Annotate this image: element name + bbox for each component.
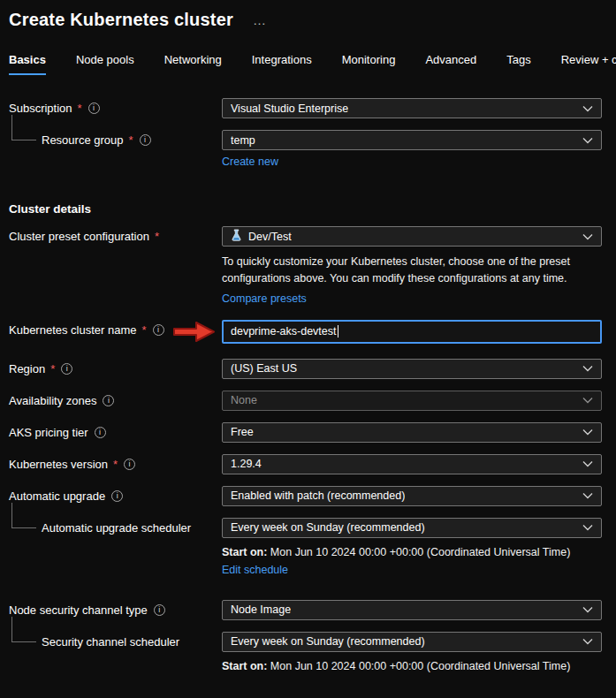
row-automatic-upgrade: Automatic upgrade i Enabled with patch (…	[9, 486, 616, 506]
tab-tags[interactable]: Tags	[506, 53, 530, 75]
devtest-flask-icon	[231, 229, 242, 244]
selected-value: None	[231, 394, 257, 406]
tab-node-pools[interactable]: Node pools	[76, 53, 134, 75]
label-text: Subscription	[9, 102, 72, 115]
edit-schedule-link[interactable]: Edit schedule	[222, 564, 288, 576]
label-text: Kubernetes cluster name	[9, 323, 137, 337]
chevron-down-icon	[582, 492, 593, 499]
security-scheduler-select[interactable]: Every week on Sunday (recommended)	[222, 632, 602, 652]
tab-bar: Basics Node pools Networking Integration…	[9, 53, 616, 75]
preset-description: To quickly customize your Kubernetes clu…	[222, 254, 602, 287]
tab-monitoring[interactable]: Monitoring	[342, 53, 396, 75]
kubernetes-version-select[interactable]: 1.29.4	[222, 454, 602, 474]
tab-networking[interactable]: Networking	[164, 53, 222, 75]
required-asterisk: *	[142, 323, 147, 337]
info-icon[interactable]: i	[153, 324, 164, 336]
subscription-select[interactable]: Visual Studio Enterprise	[222, 98, 602, 118]
row-security-scheduler: Security channel scheduler Every week on…	[9, 632, 616, 672]
info-icon[interactable]: i	[154, 604, 165, 616]
label-text: Region	[9, 362, 45, 376]
row-region: Region* i (US) East US	[9, 359, 616, 379]
automatic-upgrade-select[interactable]: Enabled with patch (recommended)	[222, 486, 602, 506]
label-text: Cluster preset configuration	[9, 230, 149, 243]
chevron-down-icon	[582, 429, 593, 436]
required-asterisk: *	[129, 133, 133, 147]
chevron-down-icon	[582, 638, 593, 645]
info-icon[interactable]: i	[140, 134, 151, 146]
basics-form: Subscription* i Visual Studio Enterprise…	[9, 98, 616, 672]
row-upgrade-scheduler: Automatic upgrade scheduler Every week o…	[9, 518, 616, 577]
info-icon[interactable]: i	[88, 102, 100, 114]
chevron-down-icon	[582, 365, 593, 372]
tab-review-create[interactable]: Review + create	[561, 53, 616, 75]
resource-group-label: Resource group* i	[9, 130, 222, 150]
chevron-down-icon	[582, 105, 593, 112]
info-icon[interactable]: i	[61, 363, 72, 375]
subscription-label: Subscription* i	[9, 98, 222, 118]
pricing-tier-label: AKS pricing tier i	[9, 422, 222, 443]
more-options-button[interactable]: …	[249, 12, 271, 27]
section-heading-cluster-details: Cluster details	[9, 202, 616, 216]
selected-value: (US) East US	[231, 362, 297, 375]
selected-value: Every week on Sunday (recommended)	[231, 521, 425, 534]
selected-value: Dev/Test	[248, 231, 292, 243]
required-asterisk: *	[113, 458, 118, 471]
chevron-down-icon	[582, 524, 593, 531]
info-icon[interactable]: i	[111, 490, 123, 502]
tree-connector	[11, 617, 36, 642]
compare-presets-link[interactable]: Compare presets	[222, 292, 307, 305]
start-on-label: Start on:	[222, 546, 267, 558]
upgrade-start-on: Start on: Mon Jun 10 2024 00:00 +00:00 (…	[222, 546, 602, 558]
tab-basics[interactable]: Basics	[9, 53, 46, 75]
info-icon[interactable]: i	[103, 395, 114, 406]
tab-advanced[interactable]: Advanced	[425, 53, 476, 75]
cluster-preset-label: Cluster preset configuration*	[9, 226, 222, 247]
info-icon[interactable]: i	[124, 459, 135, 470]
region-select[interactable]: (US) East US	[222, 359, 602, 379]
selected-value: Node Image	[231, 603, 291, 616]
chevron-down-icon	[582, 606, 593, 613]
security-channel-label: Node security channel type i	[9, 600, 222, 620]
label-text: Security channel scheduler	[42, 635, 179, 649]
selected-value: temp	[231, 134, 255, 147]
row-pricing-tier: AKS pricing tier i Free	[9, 422, 616, 443]
tree-connector	[11, 115, 36, 140]
page-header: Create Kubernetes cluster …	[9, 7, 616, 32]
chevron-down-icon	[582, 137, 593, 144]
security-scheduler-label: Security channel scheduler	[9, 632, 222, 652]
create-new-link[interactable]: Create new	[222, 156, 278, 168]
selected-value: Visual Studio Enterprise	[231, 102, 348, 115]
cluster-name-input[interactable]: devprime-aks-devtest	[222, 320, 602, 344]
selected-value: 1.29.4	[231, 458, 262, 470]
start-on-value: Mon Jun 10 2024 00:00 +00:00 (Coordinate…	[267, 660, 570, 672]
cluster-preset-select[interactable]: Dev/Test	[222, 226, 602, 247]
text-caret	[338, 325, 338, 338]
row-resource-group: Resource group* i temp Create new	[9, 130, 616, 169]
required-asterisk: *	[50, 362, 55, 376]
info-icon[interactable]: i	[95, 427, 106, 438]
selected-value: Free	[231, 426, 254, 438]
row-availability-zones: Availability zones i None	[9, 391, 616, 411]
row-cluster-name: Kubernetes cluster name* i devprime-aks-…	[9, 320, 616, 344]
security-start-on: Start on: Mon Jun 10 2024 00:00 +00:00 (…	[222, 660, 602, 672]
input-text: devprime-aks-devtest	[231, 325, 337, 338]
row-cluster-preset: Cluster preset configuration* Dev/Test T…	[9, 226, 616, 306]
automatic-upgrade-label: Automatic upgrade i	[9, 486, 222, 506]
pricing-tier-select[interactable]: Free	[222, 422, 602, 443]
row-subscription: Subscription* i Visual Studio Enterprise	[9, 98, 616, 118]
upgrade-scheduler-select[interactable]: Every week on Sunday (recommended)	[222, 518, 602, 538]
kubernetes-version-label: Kubernetes version* i	[9, 454, 222, 474]
resource-group-select[interactable]: temp	[222, 130, 602, 150]
start-on-value: Mon Jun 10 2024 00:00 +00:00 (Coordinate…	[267, 546, 570, 558]
row-security-channel: Node security channel type i Node Image	[9, 600, 616, 620]
red-arrow-annotation	[172, 320, 217, 347]
region-label: Region* i	[9, 359, 222, 379]
label-text: Resource group	[42, 133, 124, 147]
required-asterisk: *	[155, 230, 159, 243]
tab-integrations[interactable]: Integrations	[252, 53, 312, 75]
label-text: Kubernetes version	[9, 458, 108, 471]
security-channel-select[interactable]: Node Image	[222, 600, 602, 620]
chevron-down-icon	[582, 233, 593, 240]
availability-zones-label: Availability zones i	[9, 391, 222, 411]
page-title: Create Kubernetes cluster	[9, 7, 233, 32]
